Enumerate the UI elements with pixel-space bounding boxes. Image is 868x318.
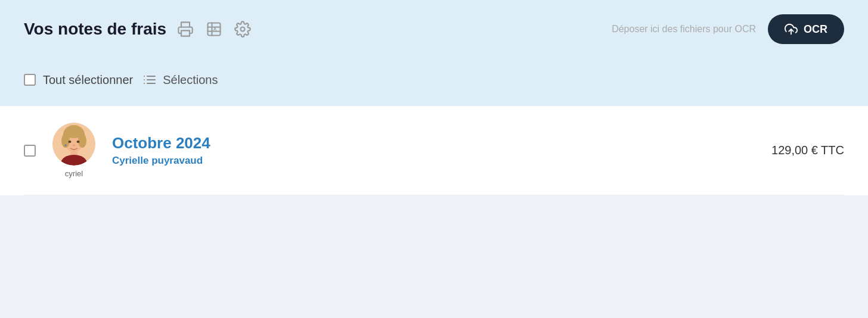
header-section: Vos notes de frais (0, 0, 868, 106)
page-title: Vos notes de frais (24, 20, 166, 39)
selection-bar: Tout sélectionner Sélections (24, 58, 844, 106)
print-button[interactable] (176, 20, 195, 39)
selections-label: Sélections (163, 73, 218, 87)
ocr-button-label: OCR (804, 23, 827, 36)
avatar (52, 123, 95, 166)
selections-button[interactable]: Sélections (142, 73, 218, 87)
svg-rect-0 (181, 30, 190, 36)
svg-point-25 (64, 144, 67, 146)
svg-text:X: X (213, 26, 217, 32)
avatar-username: cyriel (65, 169, 83, 178)
header-right: Déposer ici des fichiers pour OCR OCR (612, 14, 844, 44)
expense-checkbox[interactable] (24, 145, 36, 157)
expense-period[interactable]: Octobre 2024 (112, 134, 760, 152)
ocr-icon (785, 23, 798, 36)
expense-info: Octobre 2024 Cyrielle puyravaud (112, 134, 760, 167)
expense-user-name[interactable]: Cyrielle puyravaud (112, 155, 760, 167)
settings-icon (234, 21, 251, 38)
ocr-button[interactable]: OCR (768, 14, 844, 44)
select-all-label: Tout sélectionner (43, 73, 133, 87)
page-wrapper: Vos notes de frais (0, 0, 868, 318)
print-icon (177, 21, 194, 38)
svg-point-6 (241, 27, 245, 32)
header-top: Vos notes de frais (24, 14, 844, 58)
settings-button[interactable] (233, 20, 252, 39)
excel-button[interactable]: X (204, 20, 224, 39)
select-all-container[interactable]: Tout sélectionner (24, 73, 133, 87)
content-section: cyriel Octobre 2024 Cyrielle puyravaud 1… (0, 106, 868, 195)
excel-icon: X (206, 21, 222, 38)
svg-point-19 (64, 126, 83, 138)
expense-amount: 129,00 € TTC (771, 144, 844, 157)
avatar-image (52, 123, 95, 166)
table-row: cyriel Octobre 2024 Cyrielle puyravaud 1… (24, 106, 844, 195)
svg-point-21 (77, 141, 80, 143)
avatar-container: cyriel (52, 123, 95, 178)
list-icon (142, 73, 157, 87)
svg-point-20 (69, 141, 72, 143)
drop-zone-text: Déposer ici des fichiers pour OCR (612, 24, 756, 35)
select-all-checkbox[interactable] (24, 74, 36, 86)
svg-point-22 (73, 145, 75, 146)
header-left: Vos notes de frais (24, 20, 252, 39)
